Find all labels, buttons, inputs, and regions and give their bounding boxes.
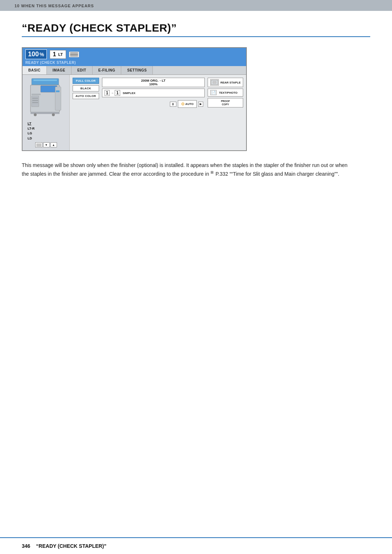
simplex-icon: 1 <box>105 90 110 96</box>
black-button[interactable]: BLACK <box>73 85 99 91</box>
paper-size: LT <box>58 52 63 57</box>
ready-message: READY (CHECK STAPLER) <box>23 61 246 66</box>
description-text: This message will be shown only when the… <box>22 161 348 178</box>
nav-right-arrow[interactable]: ▶ <box>198 102 203 107</box>
tray-navigation: ▼ ▲ <box>35 142 57 147</box>
finishing-area: REAR STAPLE 📄 TEXT/PHOTO PROOF COPY <box>208 78 243 147</box>
simplex-label: SIMPLEX <box>123 91 135 95</box>
copier-ui-screenshot: 100 % 1 LT READY (CHECK STAPLER) BASIC I… <box>22 47 247 151</box>
tray-ld: LD <box>28 136 68 141</box>
footer: 346 “READY (CHECK STAPLER)” <box>0 537 392 554</box>
paper-icon <box>69 52 79 57</box>
page-title: “READY (CHECK STAPLER)” <box>22 22 370 34</box>
svg-point-12 <box>34 113 37 116</box>
tab-bar: BASIC IMAGE EDIT E-FILING SETTINGS <box>23 66 246 75</box>
zoom-display: 100 % <box>25 49 47 59</box>
svg-point-13 <box>52 113 55 116</box>
document-icon <box>35 142 42 147</box>
auto-label: AUTO <box>185 102 194 106</box>
svg-rect-9 <box>55 87 61 110</box>
tab-settings[interactable]: SETTINGS <box>121 66 153 74</box>
svg-rect-7 <box>32 100 38 101</box>
bottom-row: 0 ⊙ AUTO ▶ <box>102 100 205 109</box>
text-photo-icon: 📄 <box>210 90 217 95</box>
svg-rect-15 <box>213 81 216 83</box>
svg-rect-10 <box>56 90 60 92</box>
svg-rect-4 <box>32 94 41 95</box>
machine-illustration <box>30 78 62 121</box>
auto-icon: ⊙ <box>181 102 184 106</box>
main-content: “READY (CHECK STAPLER)” 100 % 1 LT READY… <box>0 11 392 193</box>
tab-edit[interactable]: EDIT <box>72 66 93 74</box>
tray-lt: LT <box>28 121 68 126</box>
svg-rect-6 <box>32 98 38 99</box>
tab-image[interactable]: IMAGE <box>47 66 72 74</box>
text-photo-button[interactable]: 📄 TEXT/PHOTO <box>208 89 243 97</box>
rear-staple-button[interactable]: REAR STAPLE <box>208 78 243 87</box>
auto-button[interactable]: ⊙ AUTO <box>178 100 197 108</box>
zoom-top: 200M ORG.→LT <box>105 79 202 82</box>
status-bar: 100 % 1 LT <box>23 48 246 61</box>
chapter-label: 10 WHEN THIS MESSAGE APPEARS <box>15 4 94 8</box>
center-controls: 200M ORG.→LT 100% 1 → 1 SIMPLEX 0 <box>102 78 205 147</box>
simplex-arrow-icon: → <box>111 91 114 95</box>
zoom-bottom: 100% <box>105 82 202 86</box>
nav-up[interactable]: ▲ <box>50 142 57 147</box>
controls-area: FULL COLOR BLACK AUTO COLOR 200M ORG.→LT… <box>70 75 246 150</box>
nav-down[interactable]: ▼ <box>43 142 50 147</box>
simplex-button[interactable]: 1 → 1 SIMPLEX <box>102 89 205 97</box>
copy-label: COPY <box>210 103 241 106</box>
proof-copy-button[interactable]: PROOF COPY <box>208 98 243 107</box>
count-display: 0 <box>170 102 176 107</box>
auto-color-button[interactable]: AUTO COLOR <box>73 93 99 99</box>
footer-page-number: 346 <box>22 543 30 549</box>
tray-labels: LT LT-R LG LD <box>24 121 68 141</box>
full-color-button[interactable]: FULL COLOR <box>73 78 99 84</box>
tray-ltr: LT-R <box>28 126 68 131</box>
reference-icon: ⊞ <box>211 170 213 174</box>
svg-rect-1 <box>33 80 57 81</box>
staple-icon <box>210 79 219 86</box>
pct-symbol: % <box>40 52 44 57</box>
footer-title: “READY (CHECK STAPLER)” <box>36 543 106 549</box>
zoom-value: 100 <box>28 50 39 58</box>
machine-area: LT LT-R LG LD ▼ ▲ <box>23 75 70 150</box>
svg-rect-3 <box>41 86 57 92</box>
tab-basic[interactable]: BASIC <box>23 66 47 74</box>
paper-lines <box>70 53 78 56</box>
text-photo-label: TEXT/PHOTO <box>219 91 237 94</box>
chapter-header: 10 WHEN THIS MESSAGE APPEARS <box>0 0 392 11</box>
zoom-info: 200M ORG.→LT 100% <box>102 78 205 87</box>
simplex-icon2: 1 <box>115 90 120 96</box>
copies-display: 1 LT <box>50 50 66 59</box>
copies-value: 1 <box>53 51 56 58</box>
svg-rect-8 <box>32 102 38 103</box>
title-divider <box>22 36 370 37</box>
svg-rect-0 <box>32 78 59 85</box>
ui-body: LT LT-R LG LD ▼ ▲ <box>23 75 246 150</box>
tray-lg: LG <box>28 131 68 136</box>
color-buttons: FULL COLOR BLACK AUTO COLOR <box>73 78 99 147</box>
tab-efiling[interactable]: E-FILING <box>93 66 122 74</box>
rear-staple-label: REAR STAPLE <box>220 81 241 84</box>
svg-rect-5 <box>32 96 39 107</box>
